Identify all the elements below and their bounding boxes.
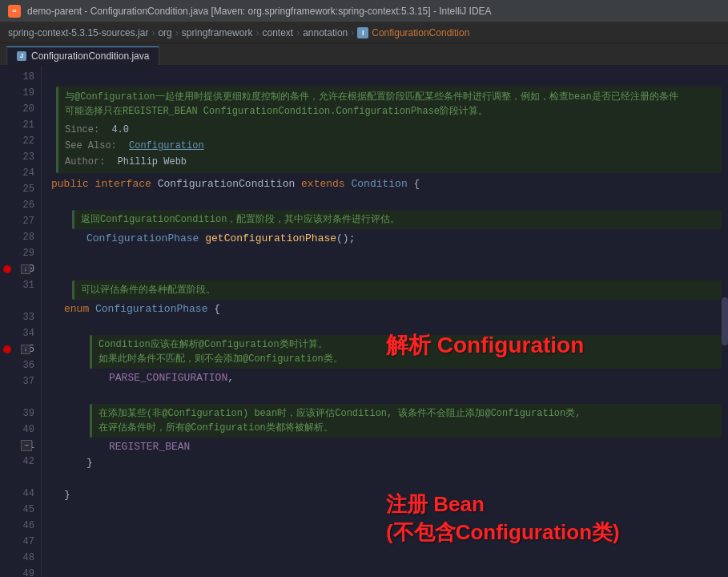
app-icon: ∞: [8, 5, 21, 18]
line-number-22: 22: [0, 133, 41, 149]
line-number-29: 29: [0, 245, 41, 261]
java-file-icon: J: [17, 51, 26, 61]
annotation-register-bean: 注册 Bean (不包含Configuration类): [386, 490, 620, 547]
file-tab[interactable]: J ConfigurationCondition.java: [6, 46, 159, 65]
line-number-46: 46: [0, 518, 41, 534]
line-number-44: 44: [0, 486, 41, 502]
interface-icon: I: [357, 27, 368, 38]
code-line-18: [42, 69, 728, 85]
javadoc-block-1: 与@Configuration一起使用时提供更细粒度控制的条件，允许在根据配置阶…: [56, 87, 722, 173]
tab-label: ConfigurationCondition.java: [31, 50, 149, 62]
breadcrumb-jar[interactable]: spring-context-5.3.15-sources.jar: [8, 27, 148, 38]
code-line-37: [42, 263, 728, 279]
line-number-19: 19: [0, 85, 41, 101]
code-line-61: }: [42, 487, 728, 503]
line-number-24: 24: [0, 165, 41, 181]
tab-bar: J ConfigurationCondition.java: [0, 43, 728, 66]
code-line-36: [42, 247, 728, 263]
line-number-43: [0, 470, 41, 486]
breadcrumb-class[interactable]: ConfigurationCondition: [372, 27, 469, 38]
seealso-line: See Also: Configuration: [65, 138, 715, 154]
line-number-20: 20: [0, 101, 41, 117]
line-number-38: [0, 389, 41, 406]
window-title: demo-parent - ConfigurationCondition.jav…: [27, 6, 492, 17]
line-number-30: 30 ↓: [0, 261, 41, 277]
line-number-39: 39: [0, 406, 41, 422]
scrollbar[interactable]: [722, 297, 728, 345]
line-number-32: [0, 293, 41, 309]
breadcrumb-context[interactable]: context: [262, 27, 293, 38]
line-number-40: 40: [0, 422, 41, 438]
code-line-49: PARSE_CONFIGURATION,: [42, 370, 728, 386]
breakpoint-icon[interactable]: [3, 265, 11, 273]
line-number-26: 26: [0, 197, 41, 213]
title-bar: ∞ demo-parent - ConfigurationCondition.j…: [0, 0, 728, 22]
sep1: ›: [151, 27, 155, 38]
line-number-33: 33: [0, 309, 41, 325]
line-number-27: 27: [0, 213, 41, 229]
javadoc-text-3: 可以评估条件的各种配置阶段。: [81, 283, 715, 297]
line-number-25: 25: [0, 181, 41, 197]
javadoc-text-2: 返回ConfigurationCondition，配置阶段，其中应该对条件进行评…: [81, 212, 715, 227]
code-content: 与@Configuration一起使用时提供更细粒度控制的条件，允许在根据配置阶…: [42, 66, 728, 577]
breadcrumb-springframework[interactable]: springframework: [182, 27, 253, 38]
code-line-41: enum ConfigurationPhase {: [42, 301, 728, 317]
code-line-30: public interface ConfigurationCondition …: [42, 176, 728, 192]
code-line-58: REGISTER_BEAN: [42, 439, 728, 455]
line-number-36: 36: [0, 357, 41, 373]
author-line: Author: Phillip Webb: [65, 154, 715, 170]
line-number-47: 47: [0, 534, 41, 550]
line-number-34: 34: [0, 325, 41, 341]
line-number-18: 18: [0, 69, 41, 85]
code-line-60: [42, 471, 728, 487]
line-number-35: 35 ↓: [0, 341, 41, 357]
line-number-21: 21: [0, 117, 41, 133]
line-number-23: 23: [0, 149, 41, 165]
line-gutter: 18 19 20 21 22 23 24 25 26 27 28 29 30 ↓…: [0, 66, 42, 577]
breadcrumb-bar: spring-context-5.3.15-sources.jar › org …: [0, 22, 728, 43]
line-number-28: 28: [0, 229, 41, 245]
line-number-37: 37: [0, 373, 41, 389]
line-number-41: 41 −: [0, 438, 41, 454]
annotation-parse-config: 解析 Configuration: [386, 330, 584, 361]
breadcrumb-annotation[interactable]: annotation: [303, 27, 348, 38]
line-number-31: 31: [0, 277, 41, 293]
code-line-31: [42, 192, 728, 208]
line-number-49: 49: [0, 566, 41, 577]
javadoc-text-5a: 在添加某些(非@Configuration) bean时，应该评估Conditi…: [99, 406, 715, 421]
javadoc-text-1b: 可能选择只在REGISTER_BEAN ConfigurationConditi…: [65, 104, 715, 119]
code-line-50: [42, 386, 728, 402]
code-line-35: ConfigurationPhase getConfigurationPhase…: [42, 231, 728, 247]
editor: 18 19 20 21 22 23 24 25 26 27 28 29 30 ↓…: [0, 66, 728, 577]
breadcrumb-org[interactable]: org: [158, 27, 171, 38]
javadoc-text-1a: 与@Configuration一起使用时提供更细粒度控制的条件，允许在根据配置阶…: [65, 90, 715, 104]
javadoc-text-5b: 在评估条件时，所有@Configuration类都将被解析。: [99, 421, 715, 435]
line-number-42: 42: [0, 454, 41, 470]
javadoc-block-3: 可以评估条件的各种配置阶段。: [72, 280, 722, 300]
code-line-59: }: [42, 455, 728, 471]
javadoc-block-2: 返回ConfigurationCondition，配置阶段，其中应该对条件进行评…: [72, 210, 722, 229]
breakpoint-icon-35[interactable]: [3, 345, 11, 353]
since-line: Since: 4.0: [65, 122, 715, 138]
code-line-42: [42, 317, 728, 333]
line-number-48: 48: [0, 550, 41, 566]
line-number-45: 45: [0, 502, 41, 518]
javadoc-block-5: 在添加某些(非@Configuration) bean时，应该评估Conditi…: [90, 404, 722, 438]
